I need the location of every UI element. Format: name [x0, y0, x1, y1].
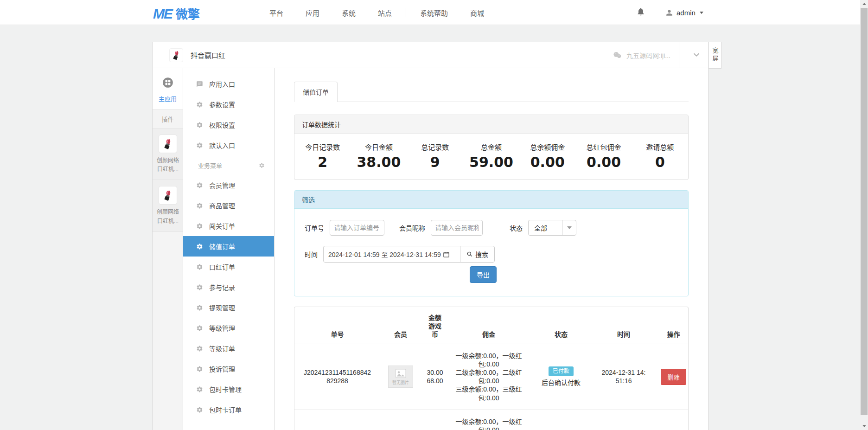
menu-item-product-mgmt[interactable]: 商品管理: [183, 195, 274, 216]
menu-item-level-mgmt[interactable]: 等级管理: [183, 318, 274, 338]
weengine-logo[interactable]: ME 微擎: [153, 5, 200, 22]
menu-item-default-entry[interactable]: 默认入口: [183, 135, 274, 155]
plugins-label: 插件: [153, 110, 183, 128]
scrollbar-up-arrow[interactable]: [860, 0, 868, 8]
lipstick-icon: [159, 186, 177, 204]
logo-mark: ME: [153, 6, 172, 22]
nav-item-platform[interactable]: 平台: [258, 8, 294, 18]
stats-row: 今日记录数 2 今日金额 38.00 总记录数 9 总金额 59.00: [294, 134, 688, 180]
menu-label: 会员管理: [209, 180, 235, 190]
col-header-status: 状态: [529, 307, 594, 344]
plugins-section: 插件 创颜网络口红机... 创颜网络口红机...: [153, 109, 183, 430]
plugin-item-lipstick-2[interactable]: 创颜网络口红机...: [153, 180, 183, 231]
gear-icon[interactable]: [259, 162, 265, 168]
menu-label: 储值订单: [209, 242, 235, 251]
menu-item-timecard-mgmt[interactable]: 包时卡管理: [183, 379, 274, 399]
username: admin: [677, 9, 696, 17]
table-header-row: 单号 会员 金额游戏币 佣金 状态 时间 操作: [294, 307, 689, 344]
stat-total-amount: 总金额 59.00: [463, 142, 519, 170]
user-menu[interactable]: admin: [665, 8, 703, 17]
gear-icon: [196, 182, 203, 189]
stat-total-records: 总记录数 9: [407, 142, 463, 170]
export-button[interactable]: 导出: [470, 266, 497, 283]
cell-amount-coins: 30.00 68.00: [421, 344, 449, 410]
main-nav: 平台 应用 系统 站点 系统帮助 商城: [258, 0, 495, 25]
nav-right-group: admin: [636, 0, 703, 25]
menu-item-stored-value-orders[interactable]: 储值订单: [183, 236, 274, 257]
cell-commission: 一级余额:0.00，一级红包:0.00: [449, 410, 529, 430]
gear-icon: [196, 202, 203, 209]
menu-label: 提现管理: [209, 303, 235, 312]
menu-item-challenge-orders[interactable]: 闯关订单: [183, 216, 274, 236]
status-select[interactable]: 全部: [528, 220, 576, 236]
gear-icon: [196, 142, 203, 149]
chevron-down-icon[interactable]: [691, 50, 702, 62]
account-switcher[interactable]: 九五源码网:iji...: [613, 42, 679, 68]
search-button[interactable]: 搜索: [460, 246, 495, 263]
menu-item-permission-settings[interactable]: 权限设置: [183, 115, 274, 135]
col-header-amount-coins: 金额游戏币: [421, 307, 449, 344]
stat-value: 38.00: [351, 154, 407, 170]
nav-divider: [406, 8, 406, 17]
gear-icon: [196, 406, 203, 413]
stats-panel-title: 订单数据统计: [294, 115, 688, 134]
filter-row-2: 时间 2024-12-01 14:59 至 2024-12-31 14:59 搜…: [305, 246, 678, 263]
cell-time: 2024-12-31 14:51:16: [594, 344, 654, 410]
menu-item-param-settings[interactable]: 参数设置: [183, 94, 274, 115]
menu-item-timecard-orders[interactable]: 包时卡订单: [183, 399, 274, 420]
scrollbar[interactable]: [860, 0, 868, 430]
menu-item-complaint-mgmt[interactable]: 投诉管理: [183, 359, 274, 379]
menu-item-level-orders[interactable]: 等级订单: [183, 338, 274, 359]
plugin-item-lipstick-1[interactable]: 创颜网络口红机...: [153, 128, 183, 180]
delete-button[interactable]: 删除: [661, 369, 686, 385]
status-selected-value: 全部: [529, 220, 562, 235]
menu-label: 商品管理: [209, 201, 235, 210]
gear-icon: [196, 284, 203, 291]
cell-commission: 一级余额:0.00，一级红包:0.00 二级余额:0.00，二级红包:0.00 …: [449, 344, 529, 410]
menu-item-app-entry[interactable]: 应用入口: [183, 74, 274, 94]
menu-item-lipstick-orders[interactable]: 口红订单: [183, 257, 274, 277]
app-title: 抖音赢口红: [191, 50, 225, 60]
order-no-input[interactable]: [330, 220, 384, 236]
stat-invite-total: 邀请总额 0: [632, 142, 688, 170]
date-range-input[interactable]: 2024-12-01 14:59 至 2024-12-31 14:59: [323, 246, 460, 263]
menu-label: 权限设置: [209, 120, 235, 129]
nav-item-system[interactable]: 系统: [331, 8, 367, 18]
cell-member: 暂无图片: [380, 344, 421, 410]
widescreen-label: 宽屏: [711, 47, 720, 63]
table-row-partial: 一级余额:0.00，一级红包:0.00: [294, 410, 689, 430]
app-container: 抖音赢口红 九五源码网:iji... 宽屏 主应用 插件 创颜网络口红机...: [152, 42, 708, 430]
orders-table: 单号 会员 金额游戏币 佣金 状态 时间 操作 J202412311451: [294, 307, 689, 430]
logo-text: 微擎: [176, 5, 200, 22]
nickname-input[interactable]: [431, 220, 483, 236]
app-grid-icon: [162, 77, 174, 89]
caret-down-icon: [700, 12, 703, 14]
scrollbar-thumb[interactable]: [861, 8, 868, 415]
stat-value: 0.00: [575, 154, 632, 170]
widescreen-toggle[interactable]: 宽屏: [708, 42, 721, 69]
tab-stored-value-orders[interactable]: 储值订单: [294, 82, 338, 102]
menu-item-member-mgmt[interactable]: 会员管理: [183, 175, 274, 195]
lipstick-icon: [159, 135, 177, 153]
scrollbar-down-arrow[interactable]: [860, 422, 868, 430]
notification-bell-icon[interactable]: [636, 7, 645, 18]
rail-item-main-app[interactable]: 主应用: [153, 68, 183, 109]
col-header-time: 时间: [594, 307, 654, 344]
date-range-value: 2024-12-01 14:59 至 2024-12-31 14:59: [328, 250, 441, 259]
stat-redpacket-commission: 总红包佣金 0.00: [575, 142, 632, 170]
nav-item-apps[interactable]: 应用: [294, 8, 331, 18]
gear-icon: [196, 223, 203, 230]
filter-form: 订单号 会员昵称 状态 全部 时间 2024-12-01 14:59: [294, 209, 688, 296]
filter-row-1: 订单号 会员昵称 状态 全部: [305, 220, 678, 236]
nav-item-site[interactable]: 站点: [367, 8, 403, 18]
stat-label: 今日金额: [351, 142, 407, 152]
nav-item-help[interactable]: 系统帮助: [409, 8, 459, 18]
order-stats-panel: 订单数据统计 今日记录数 2 今日金额 38.00 总记录数 9: [294, 115, 689, 180]
stat-value: 2: [294, 154, 351, 170]
stat-value: 0: [632, 154, 688, 170]
nav-item-store[interactable]: 商城: [459, 8, 495, 18]
menu-item-participation-records[interactable]: 参与记录: [183, 277, 274, 297]
calendar-icon: [443, 251, 450, 258]
menu-item-withdrawal-mgmt[interactable]: 提现管理: [183, 297, 274, 318]
no-image-placeholder: 暂无图片: [388, 366, 413, 388]
